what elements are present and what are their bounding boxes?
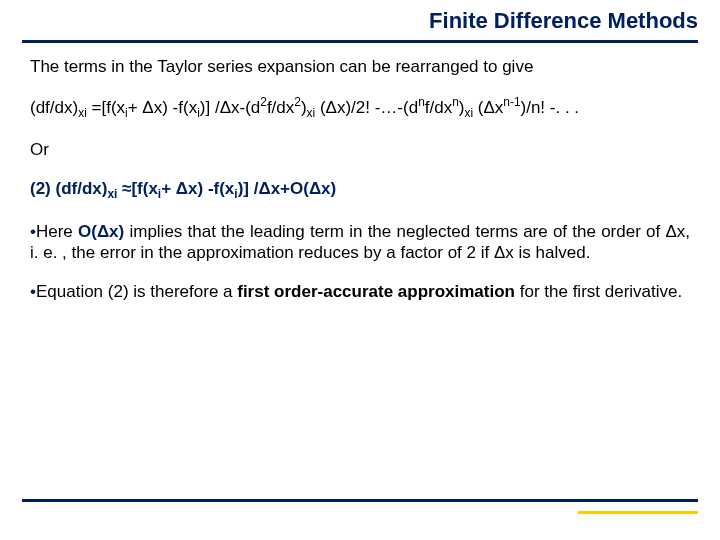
conclusion-paragraph: •Equation (2) is therefore a first order… xyxy=(30,281,690,302)
eq1-seg-h: f/dx xyxy=(425,98,452,117)
eq1-seg-d: )] /Δx-(d xyxy=(200,98,260,117)
eq2-seg-c: + Δx) -f(x xyxy=(161,179,234,198)
footer-rule xyxy=(22,499,698,502)
equation-2: (2) (df/dx)xi ≈[f(xi+ Δx) -f(xi)] /Δx+O(… xyxy=(30,178,690,202)
eq2-seg-b: ≈[f(x xyxy=(117,179,158,198)
title-rule xyxy=(22,40,698,43)
eq1-seg-c: + Δx) -f(x xyxy=(128,98,197,117)
eq1-seg-j: (Δx xyxy=(473,98,503,117)
eq2-seg-a: (2) (df/dx) xyxy=(30,179,107,198)
eq1-seg-e: f/dx xyxy=(267,98,294,117)
eq2-seg-d: )] /Δx+O(Δx) xyxy=(238,179,337,198)
equation-1: (df/dx)xi =[f(xi+ Δx) -f(xi)] /Δx-(d2f/d… xyxy=(30,95,690,121)
eq1-seg-a: (df/dx) xyxy=(30,98,78,117)
p4-seg-b: first order-accurate approximation xyxy=(237,282,515,301)
eq1-sub-xi-1: xi xyxy=(78,106,87,120)
eq1-seg-k: )/n! -. . . xyxy=(521,98,580,117)
footer-accent xyxy=(578,511,698,514)
eq1-sup-2-2: 2 xyxy=(294,95,301,109)
eq1-sup-n-2: n xyxy=(452,95,459,109)
eq1-sup-n-1: n xyxy=(418,95,425,109)
eq2-sub-xi: xi xyxy=(107,188,117,202)
p4-seg-a: Equation (2) is therefore a xyxy=(36,282,237,301)
p4-seg-c: for the first derivative. xyxy=(515,282,682,301)
p3-ox: O(Δx) xyxy=(78,222,124,241)
slide: Finite Difference Methods The terms in t… xyxy=(0,0,720,540)
eq1-sub-xi-2: xi xyxy=(307,106,316,120)
eq1-seg-g: (Δx)/2! -…-(d xyxy=(315,98,418,117)
slide-body: The terms in the Taylor series expansion… xyxy=(30,56,690,320)
slide-title: Finite Difference Methods xyxy=(429,8,698,34)
eq1-sup-nm1: n-1 xyxy=(503,95,520,109)
eq1-sup-2-1: 2 xyxy=(260,95,267,109)
p3-pre: Here xyxy=(36,222,78,241)
eq1-sub-xi-3: xi xyxy=(464,106,473,120)
p3-rest: implies that the leading term in the neg… xyxy=(30,222,690,262)
eq1-seg-b: =[f(x xyxy=(87,98,125,117)
intro-paragraph: The terms in the Taylor series expansion… xyxy=(30,56,690,77)
explanation-paragraph: •Here O(Δx) implies that the leading ter… xyxy=(30,221,690,264)
or-label: Or xyxy=(30,139,690,160)
